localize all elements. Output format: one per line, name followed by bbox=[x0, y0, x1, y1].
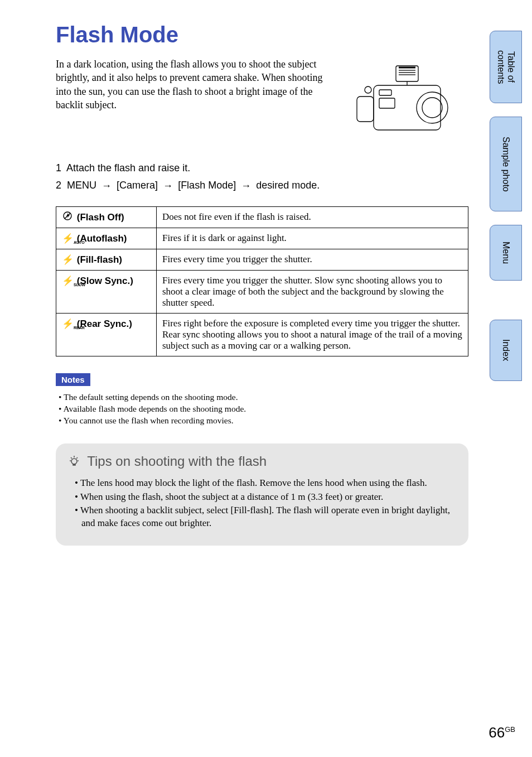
svg-rect-6 bbox=[379, 90, 391, 95]
page-number: 66GB bbox=[489, 724, 515, 741]
mode-desc: Fires right before the exposure is compl… bbox=[157, 314, 468, 356]
step-2-camera: [Camera] bbox=[117, 180, 158, 191]
mode-name: (Slow Sync.) bbox=[77, 276, 133, 286]
page-number-suffix: GB bbox=[505, 725, 515, 734]
svg-point-2 bbox=[417, 92, 448, 123]
list-item: When shooting a backlit subject, select … bbox=[68, 504, 456, 530]
tips-heading: Tips on shooting with the flash bbox=[68, 454, 456, 470]
list-item: When using the flash, shoot the subject … bbox=[68, 491, 456, 504]
tab-label: Sample photo bbox=[501, 127, 511, 202]
notes-list: The default setting depends on the shoot… bbox=[56, 392, 468, 427]
step-1: 1 Attach the flash and raise it. bbox=[56, 162, 468, 174]
list-item: You cannot use the flash when recording … bbox=[57, 415, 468, 427]
tab-label: Table of contents bbox=[496, 31, 516, 103]
step-2-desired: desired mode. bbox=[256, 180, 320, 191]
mode-desc: Fires every time you trigger the shutter… bbox=[157, 249, 468, 271]
tab-label: Index bbox=[501, 329, 511, 371]
intro-row: In a dark location, using the flash allo… bbox=[56, 57, 468, 147]
mode-name: (Rear Sync.) bbox=[77, 319, 132, 329]
mode-name: (Fill-flash) bbox=[77, 254, 122, 265]
svg-line-16 bbox=[76, 457, 78, 459]
step-list: 1 Attach the flash and raise it. 2 MENU … bbox=[56, 162, 468, 192]
step-2-num: 2 bbox=[56, 180, 61, 191]
tips-icon bbox=[68, 455, 80, 470]
tips-list: The lens hood may block the light of the… bbox=[68, 477, 456, 531]
tips-box: Tips on shooting with the flash The lens… bbox=[56, 443, 468, 546]
side-tabs: Table of contents Sample photo Menu Inde… bbox=[490, 31, 522, 394]
tips-heading-text: Tips on shooting with the flash bbox=[87, 454, 267, 469]
tab-table-of-contents[interactable]: Table of contents bbox=[490, 31, 522, 103]
flash-off-icon bbox=[62, 211, 73, 223]
tab-index[interactable]: Index bbox=[490, 320, 522, 381]
list-item: The lens hood may block the light of the… bbox=[68, 477, 456, 490]
table-row: ⚡AUTO (Autoflash) Fires if it is dark or… bbox=[56, 228, 468, 249]
page-title: Flash Mode bbox=[56, 22, 468, 47]
camera-illustration bbox=[340, 57, 468, 147]
svg-rect-1 bbox=[357, 97, 374, 122]
step-2-menu: MENU bbox=[67, 180, 96, 191]
rear-sync-icon: ⚡REAR bbox=[62, 318, 73, 330]
tab-label: Menu bbox=[501, 232, 511, 274]
mode-name: (Autoflash) bbox=[77, 233, 127, 244]
arrow-icon: → bbox=[99, 180, 114, 192]
table-row: ⚡REAR (Rear Sync.) Fires right before th… bbox=[56, 314, 468, 356]
svg-point-3 bbox=[422, 98, 442, 118]
svg-line-15 bbox=[71, 457, 72, 459]
mode-desc: Fires every time you trigger the shutter… bbox=[157, 271, 468, 314]
mode-desc: Does not fire even if the flash is raise… bbox=[157, 206, 468, 228]
list-item: The default setting depends on the shoot… bbox=[57, 392, 468, 403]
list-item: Available flash mode depends on the shoo… bbox=[57, 403, 468, 415]
svg-rect-7 bbox=[379, 98, 395, 108]
table-row: ⚡ (Fill-flash) Fires every time you trig… bbox=[56, 249, 468, 271]
flash-mode-table: (Flash Off) Does not fire even if the fl… bbox=[56, 206, 468, 356]
mode-name: (Flash Off) bbox=[77, 212, 124, 223]
step-1-num: 1 bbox=[56, 162, 61, 173]
svg-point-11 bbox=[71, 459, 77, 464]
page-number-value: 66 bbox=[489, 724, 505, 741]
step-2-flashmode: [Flash Mode] bbox=[178, 180, 236, 191]
fill-flash-icon: ⚡ bbox=[62, 254, 73, 266]
step-2: 2 MENU → [Camera] → [Flash Mode] → desir… bbox=[56, 180, 468, 192]
slow-sync-icon: ⚡SLOW bbox=[62, 275, 73, 287]
notes-label: Notes bbox=[56, 373, 90, 386]
intro-text: In a dark location, using the flash allo… bbox=[56, 57, 332, 147]
autoflash-icon: ⚡AUTO bbox=[62, 233, 73, 244]
tab-menu[interactable]: Menu bbox=[490, 225, 522, 281]
step-1-text: Attach the flash and raise it. bbox=[66, 162, 190, 173]
table-row: ⚡SLOW (Slow Sync.) Fires every time you … bbox=[56, 271, 468, 314]
arrow-icon: → bbox=[239, 180, 253, 192]
tab-sample-photo[interactable]: Sample photo bbox=[490, 117, 522, 211]
svg-point-8 bbox=[365, 86, 371, 93]
table-row: (Flash Off) Does not fire even if the fl… bbox=[56, 206, 468, 228]
mode-desc: Fires if it is dark or against light. bbox=[157, 228, 468, 249]
arrow-icon: → bbox=[161, 180, 175, 192]
